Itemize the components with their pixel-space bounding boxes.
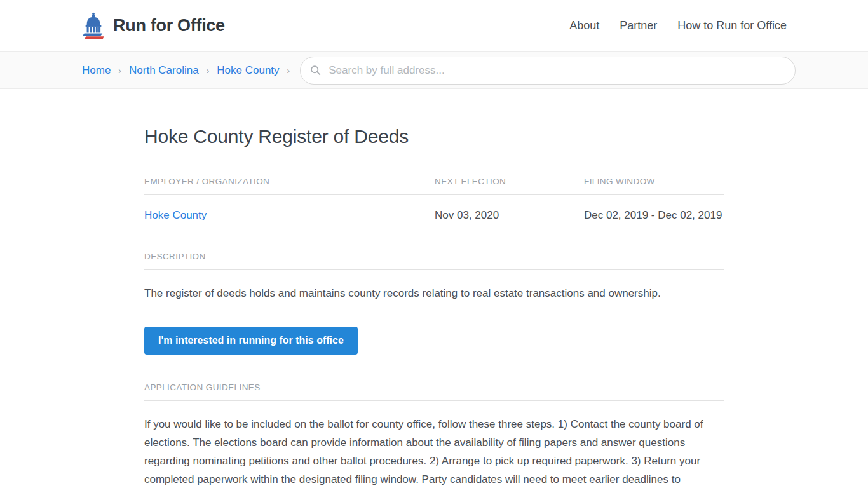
next-election-value: Nov 03, 2020 (435, 195, 584, 222)
breadcrumb-separator-icon: › (117, 65, 123, 76)
capitol-icon (81, 11, 105, 41)
header-nav: About Partner How to Run for Office (569, 19, 787, 32)
nav-partner[interactable]: Partner (620, 19, 657, 32)
breadcrumb-separator-icon: › (205, 65, 211, 76)
address-search (300, 57, 796, 85)
breadcrumb-state[interactable]: North Carolina (129, 64, 199, 77)
app-header: Run for Office About Partner How to Run … (0, 0, 868, 52)
office-meta: EMPLOYER / ORGANIZATION NEXT ELECTION FI… (144, 177, 724, 222)
interested-in-running-button[interactable]: I'm interested in running for this offic… (144, 327, 358, 355)
guidelines-label: APPLICATION GUIDELINES (144, 383, 724, 400)
guidelines-text: If you would like to be included on the … (144, 401, 724, 488)
breadcrumb-home[interactable]: Home (82, 64, 111, 77)
filing-window-label: FILING WINDOW (584, 177, 724, 194)
breadcrumb: Home › North Carolina › Hoke County › (82, 64, 291, 77)
breadcrumb-county[interactable]: Hoke County (217, 64, 279, 77)
brand-name: Run for Office (113, 16, 225, 36)
page-title: Hoke County Register of Deeds (144, 126, 724, 147)
employer-label: EMPLOYER / ORGANIZATION (144, 177, 435, 194)
filing-window-value: Dec 02, 2019 - Dec 02, 2019 (584, 195, 724, 222)
nav-about[interactable]: About (569, 19, 599, 32)
employer-value: Hoke County (144, 195, 435, 222)
nav-how-to-run[interactable]: How to Run for Office (677, 19, 787, 32)
description-text: The register of deeds holds and maintain… (144, 270, 724, 302)
guidelines-section: APPLICATION GUIDELINES If you would like… (144, 383, 724, 488)
employer-link[interactable]: Hoke County (144, 209, 207, 221)
brand-logo[interactable]: Run for Office (81, 11, 225, 41)
main-content: Hoke County Register of Deeds EMPLOYER /… (144, 89, 724, 488)
description-label: DESCRIPTION (144, 252, 724, 269)
search-input[interactable] (300, 57, 796, 85)
breadcrumb-separator-icon: › (286, 65, 292, 76)
description-section: DESCRIPTION The register of deeds holds … (144, 252, 724, 302)
breadcrumb-bar: Home › North Carolina › Hoke County › (0, 52, 868, 89)
next-election-label: NEXT ELECTION (435, 177, 584, 194)
